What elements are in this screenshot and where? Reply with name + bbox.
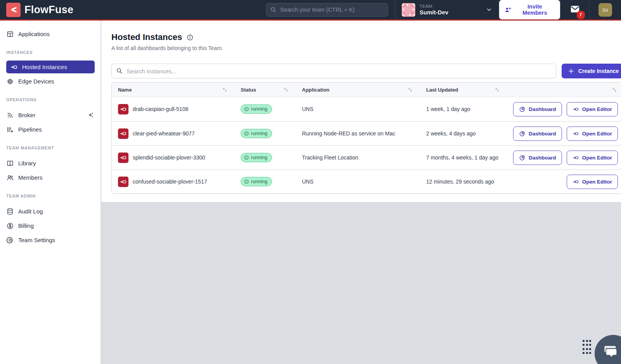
invite-members-label: Invite Members	[515, 3, 555, 16]
sidebar: Applications INSTANCES Hosted Instances …	[0, 21, 101, 364]
column-header-name[interactable]: Name	[112, 87, 234, 93]
application-cell: Running Node-RED as service on Mac	[296, 130, 420, 137]
invite-members-button[interactable]: Invite Members	[499, 0, 560, 19]
plus-icon	[568, 68, 574, 75]
status-label: running	[251, 179, 267, 184]
open-editor-button[interactable]: Open Editor	[567, 175, 618, 189]
table-row[interactable]: confused-sociable-plover-1517 running UN…	[112, 169, 621, 193]
pie-chart-icon	[519, 106, 526, 113]
team-search	[266, 3, 388, 17]
sidebar-item-applications[interactable]: Applications	[0, 27, 101, 41]
status-badge-running: running	[241, 177, 272, 186]
instance-name: confused-sociable-plover-1517	[133, 179, 207, 185]
broadcast-icon	[6, 111, 14, 119]
column-label: Name	[118, 87, 132, 93]
application-cell: Tracking Fleet Location	[296, 154, 420, 161]
currency-dollar-icon	[6, 222, 14, 230]
users-icon	[6, 174, 14, 182]
table-row[interactable]: splendid-sociable-plover-3300 running Tr…	[112, 145, 621, 169]
flowfuse-logo[interactable]: FlowFuse	[6, 3, 73, 17]
open-editor-button[interactable]: Open Editor	[567, 102, 618, 116]
application-cell: UNS	[296, 179, 420, 185]
column-header-status[interactable]: Status	[234, 87, 296, 93]
column-header-last-updated[interactable]: Last Updated	[420, 87, 507, 93]
dashboard-button[interactable]: Dashboard	[513, 102, 562, 116]
sidebar-section-instances: INSTANCES	[0, 47, 101, 58]
last-updated-cell: 1 week, 1 day ago	[420, 106, 507, 112]
open-editor-button[interactable]: Open Editor	[567, 151, 618, 165]
pie-chart-icon	[519, 130, 526, 137]
node-red-instance-icon	[572, 179, 579, 185]
sidebar-item-broker[interactable]: Broker	[0, 108, 101, 122]
applications-icon	[6, 30, 14, 38]
dashboard-button[interactable]: Dashboard	[513, 127, 562, 141]
instance-name: clear-pied-wheatear-9077	[133, 130, 195, 137]
open-editor-label: Open Editor	[582, 106, 612, 112]
status-label: running	[251, 155, 267, 160]
node-red-instance-icon	[118, 153, 128, 163]
node-red-instance-icon	[572, 130, 579, 137]
open-editor-button[interactable]: Open Editor	[567, 127, 618, 141]
status-badge-running: running	[241, 129, 272, 138]
team-avatar	[402, 3, 415, 17]
sidebar-item-label: Audit Log	[18, 208, 43, 215]
team-selector[interactable]: TEAM: Sumit-Dev	[395, 0, 499, 19]
dashboard-label: Dashboard	[529, 131, 556, 137]
play-circle-icon	[244, 155, 249, 160]
flowfuse-logo-icon	[6, 3, 21, 17]
create-instance-label: Create Instance	[578, 68, 619, 74]
node-red-instance-icon	[572, 106, 579, 113]
sidebar-item-hosted-instances[interactable]: Hosted Instances	[6, 61, 95, 73]
sidebar-item-label: Pipelines	[18, 126, 42, 133]
sidebar-item-label: Library	[18, 160, 36, 166]
column-header-actions[interactable]	[507, 87, 621, 92]
sort-icon	[612, 87, 617, 92]
sidebar-item-billing[interactable]: Billing	[0, 218, 101, 233]
user-add-icon	[504, 6, 512, 14]
sidebar-item-team-settings[interactable]: Team Settings	[0, 233, 101, 247]
play-circle-icon	[244, 131, 249, 136]
database-icon	[6, 208, 14, 215]
create-instance-button[interactable]: Create Instance	[562, 64, 621, 78]
sidebar-item-edge-devices[interactable]: Edge Devices	[0, 74, 101, 88]
node-red-instance-icon	[572, 154, 579, 161]
team-name: Sumit-Dev	[420, 9, 448, 16]
column-label: Last Updated	[426, 87, 458, 93]
page-title: Hosted Instances	[111, 32, 182, 42]
sidebar-item-pipelines[interactable]: Pipelines	[0, 122, 101, 137]
instance-name: drab-caspian-gull-5108	[133, 106, 188, 112]
table-row[interactable]: drab-caspian-gull-5108 running UNS 1 wee…	[112, 97, 621, 121]
sidebar-item-library[interactable]: Library	[0, 156, 101, 170]
widget-drag-handle[interactable]	[583, 340, 592, 355]
sidebar-item-members[interactable]: Members	[0, 170, 101, 185]
status-badge-running: running	[241, 153, 272, 162]
column-label: Application	[302, 87, 330, 93]
chevron-down-icon	[486, 6, 493, 13]
column-header-application[interactable]: Application	[296, 87, 420, 93]
notification-count-badge: 7	[577, 11, 585, 19]
node-red-instance-icon	[118, 104, 128, 114]
sort-icon	[283, 87, 289, 92]
sidebar-item-audit-log[interactable]: Audit Log	[0, 204, 101, 218]
pipelines-icon	[6, 126, 14, 133]
notifications-button[interactable]: 7	[570, 4, 580, 16]
instances-table: Name Status Application Last Updated	[111, 82, 621, 194]
dashboard-button[interactable]: Dashboard	[513, 151, 562, 165]
dashboard-label: Dashboard	[529, 155, 556, 161]
page-subtitle: A list of all dashboards belonging to th…	[111, 45, 621, 51]
chip-icon	[6, 78, 14, 85]
application-cell: UNS	[296, 106, 420, 112]
sidebar-item-label: Team Settings	[18, 237, 55, 243]
info-icon[interactable]	[186, 34, 194, 41]
table-row[interactable]: clear-pied-wheatear-9077 running Running…	[112, 121, 621, 145]
column-label: Status	[241, 87, 256, 93]
user-avatar[interactable]: su	[598, 3, 612, 17]
chat-bubble-icon	[601, 342, 619, 360]
brand-name: FlowFuse	[24, 4, 73, 16]
instance-search-input[interactable]	[111, 64, 556, 78]
open-editor-label: Open Editor	[582, 179, 612, 185]
sidebar-item-label: Edge Devices	[18, 78, 54, 85]
sidebar-item-label: Members	[18, 174, 43, 181]
team-search-input[interactable]	[266, 3, 388, 17]
last-updated-cell: 2 weeks, 4 days ago	[420, 130, 507, 137]
